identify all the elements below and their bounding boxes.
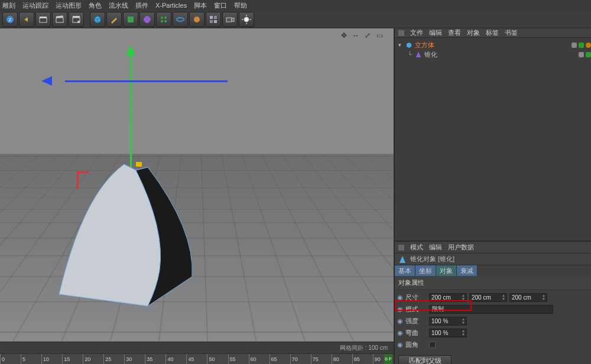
attr-menu-item[interactable]: 用户数据 bbox=[448, 243, 474, 252]
vis-editor-dot[interactable] bbox=[579, 52, 584, 57]
brush-button[interactable] bbox=[189, 12, 204, 27]
menu-item[interactable]: 帮助 bbox=[234, 1, 247, 10]
attribute-panel: 模式 编辑 用户数据 锥化对象 [锥化] 基本 坐标 对象 衰减 对象属性 ◉ … bbox=[395, 242, 591, 364]
ruler-tick: 50 bbox=[207, 354, 228, 364]
camera-button[interactable] bbox=[222, 12, 238, 27]
object-tree[interactable]: ▾ 立方体 └ 锥化 bbox=[395, 38, 591, 242]
vp-zoom-icon[interactable]: ⤢ bbox=[363, 31, 372, 40]
anim-dot-icon[interactable]: ◉ bbox=[397, 341, 403, 349]
object-manager-menubar: 文件 编辑 查看 对象 标签 书签 bbox=[395, 28, 591, 38]
fit-to-parent-button[interactable]: 匹配到父级 bbox=[398, 355, 452, 364]
svg-point-12 bbox=[161, 20, 163, 22]
prop-fillet: ◉ 圆角 bbox=[395, 339, 591, 350]
prop-label: 强度 bbox=[405, 317, 427, 326]
attr-section-label: 对象属性 bbox=[395, 276, 591, 290]
tab-coord[interactable]: 坐标 bbox=[415, 265, 436, 276]
tag-dot[interactable] bbox=[586, 43, 591, 48]
light-button[interactable] bbox=[239, 12, 254, 27]
svg-rect-2 bbox=[40, 18, 47, 22]
panel-grip-icon[interactable] bbox=[398, 30, 404, 36]
attr-properties: ◉ 尺寸 200 cm▲▼ 200 cm▲▼ 200 cm▲▼ ◉ 模式 限制 … bbox=[395, 290, 591, 352]
scene-3d bbox=[0, 28, 394, 342]
axis-y-arrow-icon bbox=[126, 45, 135, 56]
axis-z bbox=[65, 80, 228, 82]
menu-item[interactable]: 窗口 bbox=[214, 1, 227, 10]
timeline-ruler[interactable]: 0 5 10 15 20 25 30 35 40 45 50 55 60 65 … bbox=[0, 353, 394, 364]
tree-item-label: 立方体 bbox=[415, 41, 434, 50]
ruler-tick: 20 bbox=[83, 354, 103, 364]
vp-move-icon[interactable]: ✥ bbox=[339, 31, 349, 40]
vis-render-dot[interactable] bbox=[586, 52, 591, 57]
vp-pan-icon[interactable]: ↔ bbox=[351, 31, 361, 40]
svg-rect-4 bbox=[56, 18, 63, 22]
svg-rect-20 bbox=[226, 18, 232, 22]
prop-label: 尺寸 bbox=[405, 293, 427, 302]
size-x-field[interactable]: 200 cm▲▼ bbox=[429, 293, 467, 302]
svg-rect-3 bbox=[40, 17, 47, 18]
vis-render-dot[interactable] bbox=[579, 43, 584, 48]
attr-manager-menubar: 模式 编辑 用户数据 bbox=[395, 242, 591, 254]
fillet-checkbox[interactable] bbox=[429, 342, 436, 348]
array-button[interactable] bbox=[156, 12, 171, 27]
attr-menu-item[interactable]: 模式 bbox=[410, 243, 423, 252]
tree-item-cube[interactable]: ▾ 立方体 bbox=[395, 40, 591, 50]
anim-dot-icon[interactable]: ◉ bbox=[397, 329, 403, 337]
clapper-3-icon[interactable] bbox=[69, 12, 84, 27]
attr-tabs: 基本 坐标 对象 衰减 bbox=[395, 265, 591, 276]
axis-z-arrow-icon bbox=[41, 76, 52, 86]
obj-menu-item[interactable]: 文件 bbox=[410, 28, 423, 37]
clapper-1-icon[interactable] bbox=[35, 12, 51, 27]
anim-dot-icon[interactable]: ◉ bbox=[397, 294, 403, 301]
cube-primitive-button[interactable] bbox=[90, 12, 105, 27]
svg-point-8 bbox=[77, 21, 80, 23]
menu-item[interactable]: 插件 bbox=[135, 1, 148, 10]
timeline-cursor[interactable]: 0 F bbox=[384, 354, 392, 364]
bend-field[interactable]: 100 %▲▼ bbox=[429, 329, 467, 337]
vis-editor-dot[interactable] bbox=[571, 43, 577, 48]
grid-spacing-label: 网格间距 : bbox=[340, 344, 367, 352]
tab-object[interactable]: 对象 bbox=[436, 265, 457, 276]
obj-menu-item[interactable]: 查看 bbox=[448, 28, 461, 37]
undo-button[interactable] bbox=[19, 12, 34, 27]
obj-menu-item[interactable]: 标签 bbox=[486, 28, 499, 37]
taper-icon bbox=[398, 255, 407, 264]
pen-tool-button[interactable] bbox=[106, 12, 122, 27]
cube-icon bbox=[405, 41, 413, 48]
panel-grip-icon[interactable] bbox=[398, 245, 404, 251]
tapered-cube-mesh[interactable] bbox=[47, 158, 201, 312]
spline-button[interactable] bbox=[173, 12, 188, 27]
tab-falloff[interactable]: 衰减 bbox=[457, 265, 478, 276]
anim-dot-icon[interactable]: ◉ bbox=[397, 317, 403, 325]
vp-frame-icon[interactable]: ▭ bbox=[375, 31, 384, 40]
tab-basic[interactable]: 基本 bbox=[395, 265, 415, 276]
attr-menu-item[interactable]: 编辑 bbox=[429, 243, 442, 252]
ruler-tick: 80 bbox=[332, 354, 352, 364]
size-z-field[interactable]: 200 cm▲▼ bbox=[509, 293, 547, 302]
obj-menu-item[interactable]: 编辑 bbox=[429, 28, 442, 37]
ruler-tick: 65 bbox=[269, 354, 290, 364]
menu-item[interactable]: 流水线 bbox=[109, 1, 128, 10]
generator-button[interactable] bbox=[123, 12, 138, 27]
clapper-2-icon[interactable] bbox=[52, 12, 67, 27]
menu-item[interactable]: 脚本 bbox=[194, 1, 207, 10]
deformer-button[interactable] bbox=[139, 12, 155, 27]
strength-field[interactable]: 100 %▲▼ bbox=[429, 317, 467, 326]
tree-item-taper[interactable]: └ 锥化 bbox=[395, 50, 591, 59]
obj-menu-item[interactable]: 对象 bbox=[467, 28, 480, 37]
axis-y bbox=[130, 52, 132, 170]
viewport[interactable]: ✥ ↔ ⤢ ▭ bbox=[0, 28, 394, 342]
mode-dropdown[interactable]: 限制 bbox=[429, 305, 553, 314]
menu-item[interactable]: 运动图形 bbox=[56, 1, 82, 10]
anim-dot-icon[interactable]: ◉ bbox=[397, 306, 403, 313]
menu-item[interactable]: X-Particles bbox=[155, 2, 187, 9]
tree-collapse-icon[interactable]: ▾ bbox=[398, 42, 403, 48]
obj-menu-item[interactable]: 书签 bbox=[505, 28, 518, 37]
tree-leaf-icon: └ bbox=[408, 51, 413, 57]
menu-item[interactable]: 角色 bbox=[89, 1, 102, 10]
grid-spacing-value: 100 cm bbox=[368, 344, 388, 351]
menu-item[interactable]: 运动跟踪 bbox=[22, 1, 48, 10]
freeze-tool[interactable]: Z bbox=[2, 12, 18, 27]
menu-item[interactable]: 雕刻 bbox=[2, 1, 15, 10]
size-y-field[interactable]: 200 cm▲▼ bbox=[469, 293, 507, 302]
floor-button[interactable] bbox=[206, 12, 221, 27]
